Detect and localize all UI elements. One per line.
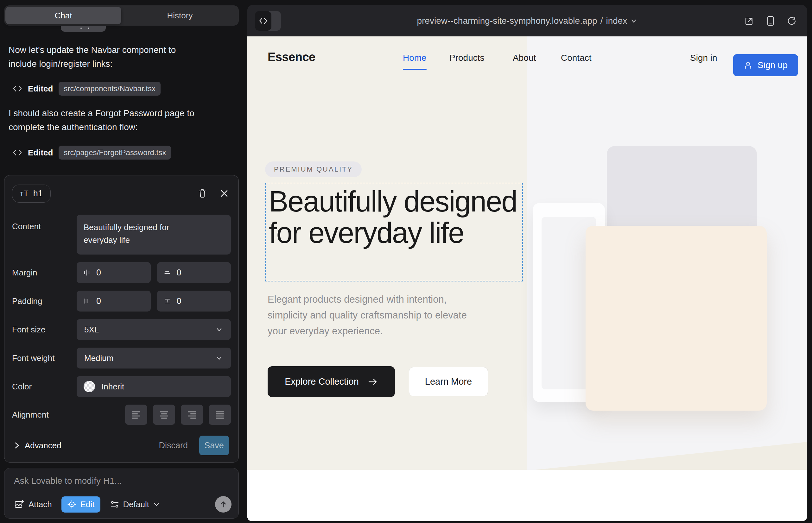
site-navbar: Essence Home Products About Contact Sign… [247,36,807,83]
open-external-icon[interactable] [744,16,754,26]
margin-x-input[interactable]: 0 [77,262,151,283]
color-label: Color [12,382,77,392]
h1-selection-outline[interactable]: Beautifully designed for everyday life [265,183,523,282]
content-input[interactable]: Beautifully designed for everyday life [77,215,231,254]
align-left-icon [131,411,141,419]
color-select[interactable]: Inherit [77,376,231,397]
selected-element-pill[interactable]: тT h1 [12,184,51,203]
model-selector[interactable]: Default [110,500,160,509]
nav-link-contact[interactable]: Contact [561,53,592,63]
align-right-icon [187,411,197,419]
align-right-button[interactable] [181,404,203,425]
nav-link-about[interactable]: About [513,53,536,63]
decor-wedge [535,442,807,470]
sign-up-button[interactable]: Sign up [733,54,798,76]
hero-description: Elegant products designed with intention… [268,292,477,339]
font-size-select[interactable]: 5XL [77,319,231,340]
padding-horizontal-icon [83,297,91,305]
delete-element-icon[interactable] [198,189,207,198]
edited-file-row: Edited src/pages/ForgotPassword.tsx [13,146,171,160]
nav-link-home[interactable]: Home [403,53,427,63]
chat-composer[interactable]: Ask Lovable to modify H1... Attach [4,468,239,519]
sign-in-link[interactable]: Sign in [690,53,717,63]
advanced-toggle[interactable]: Advanced [14,441,61,451]
composer-input[interactable]: Ask Lovable to modify H1... [14,476,229,486]
premium-quality-badge: PREMIUM QUALITY [265,161,362,177]
padding-x-input[interactable]: 0 [77,291,151,311]
tab-chat[interactable]: Chat [5,7,121,24]
path-separator: / [600,16,603,26]
font-weight-label: Font weight [12,353,77,363]
site-logo[interactable]: Essence [268,50,315,64]
close-panel-icon[interactable] [220,189,228,198]
transparent-swatch-icon [84,381,95,392]
nav-link-products[interactable]: Products [449,53,484,63]
discard-button[interactable]: Discard [159,441,188,451]
edit-mode-button[interactable]: Edit [61,497,100,512]
chevron-down-icon [630,17,637,24]
attach-button[interactable]: Attach [14,499,52,509]
font-weight-select[interactable]: Medium [77,348,231,368]
margin-vertical-icon [163,269,171,276]
chevron-down-icon [153,501,160,508]
align-justify-button[interactable] [209,404,231,425]
sliders-icon [110,500,119,509]
send-button[interactable] [215,496,231,512]
assistant-message: Now let's update the Navbar component to… [8,43,202,71]
margin-label: Margin [12,268,77,278]
file-chip[interactable]: src/components/Navbar.tsx [58,82,160,96]
code-icon [13,85,22,93]
user-icon [744,61,753,70]
file-chip[interactable]: src/pages/ForgotPassword.tsx [58,146,171,160]
refresh-icon[interactable] [787,16,797,26]
element-tag-label: h1 [33,189,43,198]
next-section-background [247,470,807,521]
align-center-button[interactable] [153,404,175,425]
crosshair-icon [67,500,77,509]
chat-history-tabbar: Chat History [4,5,239,26]
browser-chrome-bar: preview--charming-site-symphony.lovable.… [247,5,807,36]
chat-sidebar: Chat History Now let's update the Navbar… [0,0,247,523]
edited-file-row: Edited src/components/Navbar.tsx [13,82,161,96]
preview-browser-window: preview--charming-site-symphony.lovable.… [247,5,807,521]
chevron-right-icon [14,441,20,449]
learn-more-button[interactable]: Learn More [409,367,488,396]
padding-label: Padding [12,296,77,306]
mobile-preview-icon[interactable] [766,16,775,26]
margin-y-input[interactable]: 0 [157,262,231,283]
tab-history[interactable]: History [121,5,239,26]
hero-heading[interactable]: Beautifully designed for everyday life [269,186,519,249]
align-left-button[interactable] [125,404,147,425]
code-icon [13,148,22,157]
attach-image-icon [14,499,24,509]
text-type-icon: тT [20,189,29,198]
padding-y-input[interactable]: 0 [157,291,231,311]
lovable-editor-window: Chat History Now let's update the Navbar… [0,0,812,523]
font-size-label: Font size [12,325,77,335]
chevron-down-icon [215,354,223,362]
preview-path: index [606,16,627,26]
edited-label: Edited [28,148,53,158]
site-preview: Essence Home Products About Contact Sign… [247,36,807,521]
hero-art-panel [527,36,807,470]
decor-card-cream [586,226,767,411]
arrow-right-icon [368,378,378,385]
active-nav-underline [403,69,427,70]
chevron-down-icon [215,325,223,334]
align-center-icon [159,411,169,419]
element-editor-panel: тT h1 [4,175,239,463]
preview-url-bar[interactable]: preview--charming-site-symphony.lovable.… [247,5,807,36]
align-justify-icon [215,411,225,419]
save-button[interactable]: Save [199,436,229,455]
assistant-message: I should also create a Forgot Password p… [8,106,202,134]
alignment-label: Alignment [12,410,77,420]
margin-horizontal-icon [83,269,91,276]
content-label: Content [12,215,77,231]
scrolled-message-fragment [61,26,106,32]
explore-collection-button[interactable]: Explore Collection [268,366,395,397]
padding-vertical-icon [163,297,171,305]
edited-label: Edited [28,84,53,94]
arrow-up-icon [219,501,227,508]
preview-domain: preview--charming-site-symphony.lovable.… [417,16,597,26]
